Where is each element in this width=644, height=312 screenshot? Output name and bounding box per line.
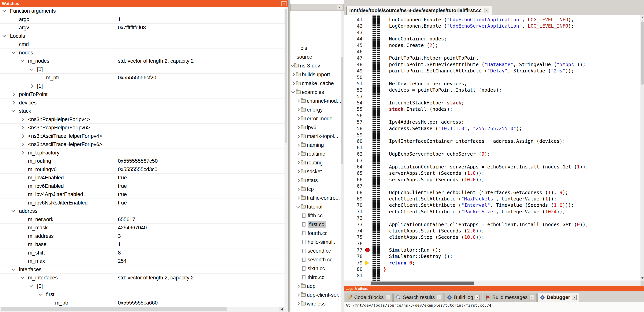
- watch-row-m-routing[interactable]: m_routing0x555555587c50: [0, 157, 284, 165]
- code-line[interactable]: 49 pointToPoint.SetChannelAttribute ("De…: [344, 68, 640, 74]
- code-line[interactable]: 55 stack.Install (nodes);: [344, 106, 640, 112]
- watch-row-m-ipv6enabled[interactable]: m_ipv6Enabledtrue: [0, 182, 284, 190]
- watch-row-1[interactable]: [1]: [0, 82, 284, 90]
- collapse-icon[interactable]: [12, 267, 15, 271]
- code-line[interactable]: 57 Ipv4AddressHelper address;: [344, 119, 640, 125]
- close-icon[interactable]: ×: [475, 295, 480, 300]
- code-line[interactable]: 62 UdpEchoServerHelper echoServer (9);: [344, 151, 640, 157]
- expand-icon[interactable]: [296, 99, 300, 103]
- watch-row-cmd[interactable]: cmd: [0, 40, 284, 49]
- close-icon[interactable]: ×: [386, 295, 390, 300]
- expand-icon[interactable]: [296, 126, 300, 129]
- editor-hscrollbar[interactable]: [344, 281, 640, 286]
- tree-item-hello-simul[interactable]: hello-simul...: [290, 238, 340, 246]
- watch-row-argv[interactable]: argv0x7fffffffdf08: [0, 23, 284, 32]
- expand-icon[interactable]: [296, 117, 300, 120]
- code-line[interactable]: 77 Simulator::Run ();: [344, 247, 640, 253]
- watch-row-m-ipv4arpjitterenabled[interactable]: m_ipv4ArpJitterEnabledtrue: [0, 190, 284, 199]
- scroll-down-icon[interactable]: [641, 277, 644, 279]
- watch-row-m-ipv6nsrsjitterenabled[interactable]: m_ipv6NsRsJitterEnabledtrue: [0, 199, 284, 207]
- code-line[interactable]: 42 LogComponentEnable ("UdpEchoServerApp…: [344, 23, 640, 29]
- expand-icon[interactable]: [30, 84, 33, 88]
- code-line[interactable]: 56: [344, 113, 640, 119]
- watches-titlebar[interactable]: Watches ×: [0, 0, 288, 7]
- collapse-icon[interactable]: [291, 90, 295, 93]
- watch-row-m-shift[interactable]: m_shift8: [0, 249, 284, 257]
- collapse-icon[interactable]: [2, 34, 6, 37]
- expand-icon[interactable]: [296, 135, 300, 138]
- code-line[interactable]: 60 Ipv4InterfaceContainer interfaces = a…: [344, 138, 640, 144]
- code-editor[interactable]: 41 LogComponentEnable ("UdpEchoClientApp…: [344, 15, 640, 281]
- watch-row-m-ptr[interactable]: m_ptr0x55555556cf20: [0, 74, 284, 82]
- watch-row-ns3-asciitracehelperforipv4[interactable]: <ns3::AsciiTraceHelperForIpv4>: [0, 132, 284, 141]
- expand-icon[interactable]: [296, 179, 300, 182]
- logs-tab-search-results[interactable]: Search results×: [394, 293, 444, 302]
- watch-row-m-ipv4enabled[interactable]: m_ipv4Enabledtrue: [0, 174, 284, 182]
- code-line[interactable]: 65 serverApps.Start (Seconds (1.0));: [344, 170, 640, 176]
- expand-icon[interactable]: [296, 161, 300, 164]
- logs-tab-build-log[interactable]: Build log×: [444, 293, 482, 302]
- watch-row-stack[interactable]: stack: [0, 107, 284, 115]
- code-line[interactable]: 70 echoClient.SetAttribute ("Interval", …: [344, 202, 640, 208]
- editor-tab-first-cc[interactable]: mnt/dev/tools/source/ns-3-dev/examples/t…: [346, 6, 492, 15]
- expand-icon[interactable]: [291, 82, 295, 85]
- watch-row-interfaces[interactable]: interfaces: [0, 265, 284, 274]
- expand-icon[interactable]: [296, 293, 300, 297]
- collapse-icon[interactable]: [20, 275, 24, 279]
- collapse-icon[interactable]: [296, 204, 300, 208]
- code-line[interactable]: 58 address.SetBase ("10.1.1.0", "255.255…: [344, 125, 640, 132]
- expand-icon[interactable]: [20, 134, 24, 138]
- watch-row-ns3-pcaphelperforipv4[interactable]: <ns3::PcapHelperForIpv4>: [0, 115, 284, 124]
- logs-tab-debugger[interactable]: Debugger×: [538, 293, 579, 302]
- code-line[interactable]: 76: [344, 241, 640, 247]
- expand-icon[interactable]: [20, 143, 24, 146]
- tree-item-realtime[interactable]: realtime: [290, 150, 340, 158]
- code-line[interactable]: 73 ApplicationContainer clientApps = ech…: [344, 221, 640, 228]
- tree-item-matrix-topol[interactable]: matrix-topol...: [290, 132, 340, 141]
- tree-item-ns-3-dev[interactable]: ns-3-dev: [290, 61, 340, 70]
- watch-row-devices[interactable]: devices: [0, 99, 284, 107]
- tree-item-error-model[interactable]: error-model: [290, 114, 340, 123]
- collapse-icon[interactable]: [12, 50, 15, 54]
- code-line[interactable]: 69 echoClient.SetAttribute ("MaxPackets"…: [344, 196, 640, 202]
- tree-item-channel-mod[interactable]: channel-mod...: [290, 97, 340, 105]
- expand-icon[interactable]: [296, 284, 300, 288]
- collapse-icon[interactable]: [38, 292, 42, 296]
- tree-item-tutorial[interactable]: tutorial: [290, 202, 340, 211]
- code-line[interactable]: 67: [344, 183, 640, 189]
- scrollbar-thumb[interactable]: [285, 9, 287, 143]
- scroll-up-icon[interactable]: [641, 16, 644, 18]
- watch-row-ns3-pcaphelperforipv6[interactable]: <ns3::PcapHelperForIpv6>: [0, 124, 284, 132]
- code-line[interactable]: 41 LogComponentEnable ("UdpEchoClientApp…: [344, 16, 640, 23]
- collapse-icon[interactable]: [2, 9, 6, 12]
- watch-row-m-network[interactable]: m_network655617: [0, 215, 284, 224]
- expand-icon[interactable]: [296, 152, 300, 156]
- tree-item-source[interactable]: source: [290, 52, 340, 61]
- watch-row-locals[interactable]: Locals: [0, 32, 284, 40]
- watch-row-first[interactable]: first: [0, 290, 284, 299]
- code-line[interactable]: 81: [344, 273, 640, 279]
- editor-vscrollbar[interactable]: [640, 15, 644, 281]
- scrollbar-thumb[interactable]: [641, 21, 644, 85]
- tree-item-third-cc[interactable]: third.cc: [290, 273, 340, 282]
- scroll-left-button[interactable]: [280, 307, 284, 311]
- watches-hscrollbar[interactable]: [0, 307, 288, 312]
- expand-icon[interactable]: [296, 170, 300, 173]
- tree-item-cmake-cache[interactable]: cmake_cache: [290, 79, 340, 88]
- close-icon[interactable]: ×: [282, 1, 286, 6]
- collapse-icon[interactable]: [20, 59, 24, 62]
- tree-item-energy[interactable]: energy: [290, 105, 340, 114]
- code-line[interactable]: 46: [344, 48, 640, 55]
- tree-item-naming[interactable]: naming: [290, 141, 340, 150]
- breakpoint-icon[interactable]: [365, 248, 370, 252]
- logs-tab-build-messages[interactable]: Build messages×: [483, 293, 537, 302]
- code-line[interactable]: 45 nodes.Create (2);: [344, 42, 640, 48]
- code-line[interactable]: 79 return 0;: [344, 260, 640, 266]
- code-line[interactable]: 78 Simulator::Destroy ();: [344, 253, 640, 260]
- watch-row-m-max[interactable]: m_max254: [0, 257, 284, 265]
- scrollbar-thumb[interactable]: [341, 57, 343, 164]
- tree-item-tcp[interactable]: tcp: [290, 185, 340, 193]
- watch-row-m-mask[interactable]: m_mask4294967040: [0, 224, 284, 232]
- watch-row-m-ptr[interactable]: m_ptr0x5555555ca660: [0, 299, 284, 307]
- expand-icon[interactable]: [20, 126, 24, 129]
